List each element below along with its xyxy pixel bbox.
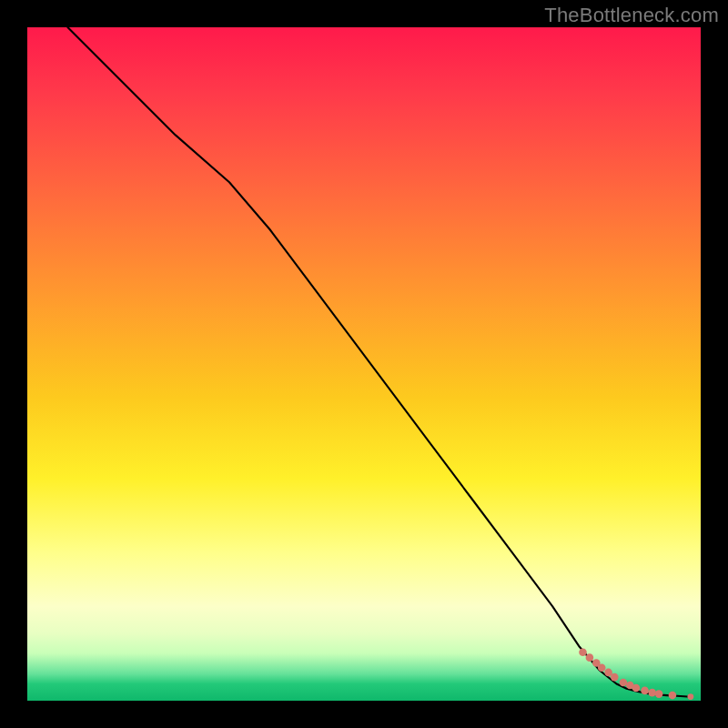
tail-dot (611, 673, 619, 682)
chart-overlay (27, 27, 701, 701)
bottleneck-curve (67, 27, 687, 697)
tail-dot (620, 679, 628, 687)
tail-dot (579, 648, 587, 656)
tail-dot (655, 690, 663, 698)
tail-dot (586, 653, 594, 662)
watermark-text: TheBottleneck.com (544, 4, 719, 27)
tail-dot (669, 692, 677, 700)
tail-dot (598, 663, 606, 672)
plot-area (27, 27, 701, 701)
tail-dot (641, 687, 649, 695)
tail-dot (632, 684, 641, 693)
chart-stage: TheBottleneck.com (0, 0, 728, 728)
tail-dot (648, 689, 656, 697)
tail-dot (688, 693, 694, 700)
